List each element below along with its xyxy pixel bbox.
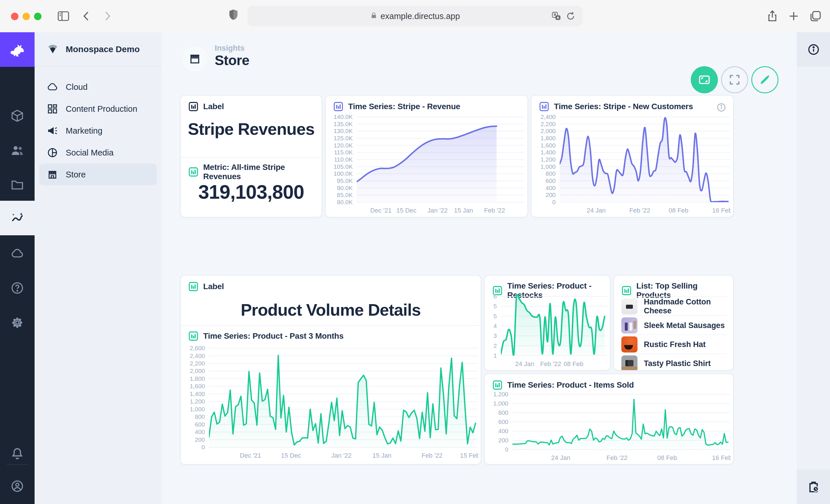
fullscreen-button[interactable] <box>721 66 748 93</box>
project-header[interactable]: Monospace Demo <box>35 32 161 67</box>
project-status-icon <box>47 43 59 55</box>
module-bar-divider <box>7 464 28 465</box>
panel-label-metric[interactable]: Label Stripe Revenues Metric: All-time S… <box>180 95 322 217</box>
sidebar-item-store[interactable]: Store <box>39 164 157 186</box>
edit-dashboard-button[interactable] <box>751 66 778 93</box>
panel-top-selling-products[interactable]: List: Top Selling Products Handmade Cott… <box>613 275 734 371</box>
activity-log-button[interactable] <box>797 469 830 504</box>
sidebar-toggle-icon[interactable] <box>57 9 70 23</box>
sidebar-item-content-production[interactable]: Content Production <box>39 98 157 120</box>
sidebar-item-marketing[interactable]: Marketing <box>39 120 157 142</box>
svg-text:1,800: 1,800 <box>540 135 556 141</box>
svg-text:110.0K: 110.0K <box>334 156 353 163</box>
tab-overview-icon[interactable] <box>809 9 823 23</box>
svg-text:08 Feb: 08 Feb <box>564 360 583 368</box>
list-item[interactable]: Tasty Plastic Shirt <box>621 354 727 371</box>
panel-header: Label <box>188 281 224 292</box>
svg-text:15 Jan: 15 Jan <box>372 452 391 459</box>
svg-text:Feb '22: Feb '22 <box>606 454 628 461</box>
svg-text:1,400: 1,400 <box>540 149 556 156</box>
notifications-bell-icon[interactable] <box>0 437 35 470</box>
url-bar[interactable]: example.directus.app <box>247 6 583 27</box>
page-header: Insights Store <box>161 32 797 95</box>
close-window-button[interactable] <box>11 13 19 20</box>
product-name: Handmade Cotton Cheese <box>644 298 727 315</box>
svg-text:3: 3 <box>493 332 497 339</box>
module-insights-icon[interactable] <box>0 201 35 235</box>
svg-text:90.0K: 90.0K <box>337 184 353 191</box>
panel-restocks[interactable]: Time Series: Product - Restocks 65543212… <box>484 275 610 371</box>
panel-product-volume[interactable]: Label Product Volume Details Time Series… <box>180 275 481 465</box>
right-sidebar <box>797 32 830 504</box>
list-item[interactable]: Sleek Metal Sausages <box>621 315 727 335</box>
forward-button[interactable] <box>100 9 114 23</box>
info-icon[interactable] <box>716 103 726 112</box>
grid-icon <box>47 103 58 114</box>
panel-title: Metric: All-time Stripe Revenues <box>203 163 322 181</box>
svg-text:600: 600 <box>195 421 205 428</box>
svg-text:Feb '22: Feb '22 <box>540 360 561 368</box>
list-item[interactable]: Handmade Cotton Cheese <box>621 296 727 316</box>
module-settings-icon[interactable] <box>0 306 35 339</box>
panel-header: Time Series: Product - Past 3 Months <box>188 331 344 341</box>
directus-logo[interactable] <box>0 32 35 67</box>
panel-header: Time Series: Product - Items Sold <box>492 380 634 390</box>
module-files-icon[interactable] <box>0 168 35 202</box>
zoom-window-button[interactable] <box>34 13 41 20</box>
sidebar-item-cloud[interactable]: Cloud <box>39 76 157 98</box>
screen: example.directus.app <box>0 0 830 504</box>
user-avatar-icon[interactable] <box>0 469 35 503</box>
svg-text:95.0K: 95.0K <box>337 177 353 184</box>
new-tab-icon[interactable] <box>787 9 801 23</box>
share-icon[interactable] <box>765 9 779 23</box>
svg-text:5: 5 <box>493 313 497 320</box>
pie-chart-icon <box>47 147 58 158</box>
back-button[interactable] <box>79 9 93 23</box>
svg-text:2: 2 <box>493 342 497 349</box>
dashboard-icon-chip <box>182 46 208 71</box>
sidebar-item-label: Marketing <box>66 126 102 136</box>
restocks-chart: 655432124 JanFeb '2208 Feb <box>488 293 608 368</box>
module-content-icon[interactable] <box>0 99 35 132</box>
svg-text:200: 200 <box>498 437 508 443</box>
sidebar-info-button[interactable] <box>797 32 830 67</box>
panel-items-sold[interactable]: Time Series: Product - Items Sold 1,2001… <box>484 373 734 465</box>
module-cloud-icon[interactable] <box>0 237 35 270</box>
svg-text:0: 0 <box>552 199 556 205</box>
panel-title: Time Series: Stripe - New Customers <box>554 102 693 111</box>
minimize-window-button[interactable] <box>23 13 30 20</box>
svg-text:16 Feb: 16 Feb <box>712 454 731 461</box>
breadcrumb[interactable]: Insights <box>215 44 245 53</box>
svg-text:24 Jan: 24 Jan <box>587 207 606 214</box>
svg-text:1,000: 1,000 <box>190 406 205 412</box>
translate-icon[interactable] <box>551 11 562 21</box>
clipboard-clock-icon <box>807 480 820 493</box>
svg-text:85.0K: 85.0K <box>337 192 353 198</box>
reload-icon[interactable] <box>566 11 576 21</box>
svg-text:08 Feb: 08 Feb <box>658 454 677 461</box>
megaphone-icon <box>47 125 58 136</box>
panel-new-customers[interactable]: Time Series: Stripe - New Customers 2,40… <box>531 95 734 217</box>
zoom-to-fit-button[interactable] <box>691 66 718 93</box>
metric-value: 319,103,800 <box>181 180 322 203</box>
svg-text:125.0K: 125.0K <box>333 135 353 141</box>
list-item[interactable]: Rustic Fresh Hat <box>621 334 727 354</box>
module-users-icon[interactable] <box>0 134 35 167</box>
time-series-panel-icon <box>188 331 198 341</box>
nav-sidebar: Monospace Demo Cloud Content Production … <box>35 32 161 504</box>
panel-stripe-revenue[interactable]: Time Series: Stripe - Revenue 140.0K135.… <box>325 95 528 217</box>
svg-text:Dec '21: Dec '21 <box>370 207 392 214</box>
svg-text:400: 400 <box>498 428 508 434</box>
info-icon <box>807 43 820 56</box>
sidebar-item-social-media[interactable]: Social Media <box>39 142 157 164</box>
svg-text:2,600: 2,600 <box>190 345 205 351</box>
module-help-icon[interactable] <box>0 271 35 305</box>
panel-title: Label <box>203 102 224 111</box>
items-sold-chart: 1,2001,000800600400200024 JanFeb '2208 F… <box>488 391 731 462</box>
sidebar-item-label: Store <box>66 170 86 179</box>
browser-chrome: example.directus.app <box>0 0 830 33</box>
product-thumbnail <box>621 317 637 334</box>
label-text: Product Volume Details <box>181 300 481 320</box>
privacy-shield-icon[interactable] <box>226 8 241 22</box>
panel-divider <box>181 157 322 158</box>
